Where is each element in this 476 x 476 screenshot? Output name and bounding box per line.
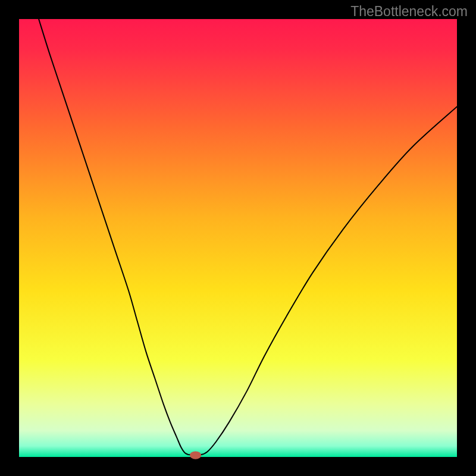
watermark-text: TheBottleneck.com	[350, 4, 468, 20]
plot-background	[19, 19, 457, 457]
min-point-marker	[190, 451, 201, 459]
chart-svg	[0, 0, 476, 476]
bottleneck-chart: TheBottleneck.com	[0, 0, 476, 476]
